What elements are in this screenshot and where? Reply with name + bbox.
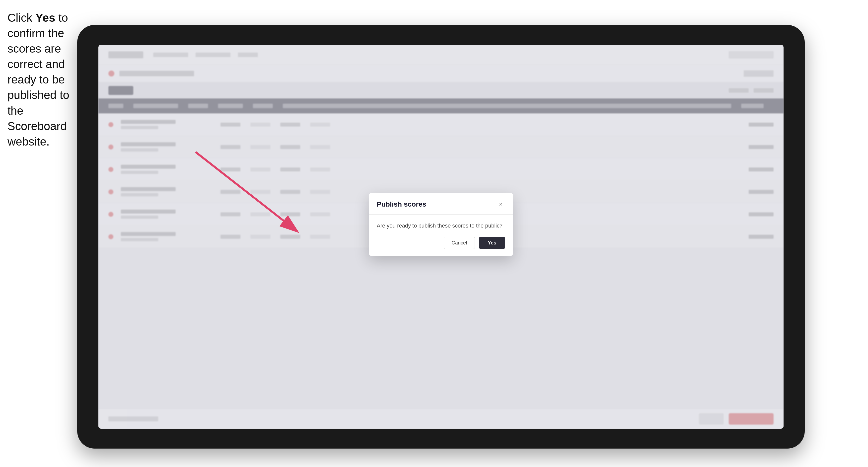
modal-overlay: Publish scores × Are you ready to publis… bbox=[98, 45, 783, 429]
modal-header: Publish scores × bbox=[369, 193, 513, 215]
tablet-device: Publish scores × Are you ready to publis… bbox=[77, 25, 805, 448]
modal-message: Are you ready to publish these scores to… bbox=[377, 221, 505, 230]
yes-button[interactable]: Yes bbox=[479, 237, 505, 249]
modal-body: Are you ready to publish these scores to… bbox=[369, 215, 513, 237]
modal-title: Publish scores bbox=[377, 200, 426, 208]
modal-footer: Cancel Yes bbox=[369, 237, 513, 256]
modal-close-button[interactable]: × bbox=[496, 200, 505, 209]
cancel-button[interactable]: Cancel bbox=[444, 237, 475, 249]
yes-emphasis: Yes bbox=[35, 11, 55, 24]
publish-scores-dialog: Publish scores × Are you ready to publis… bbox=[369, 193, 513, 256]
instruction-text: Click Yes to confirm the scores are corr… bbox=[7, 10, 80, 149]
tablet-screen: Publish scores × Are you ready to publis… bbox=[98, 45, 783, 429]
